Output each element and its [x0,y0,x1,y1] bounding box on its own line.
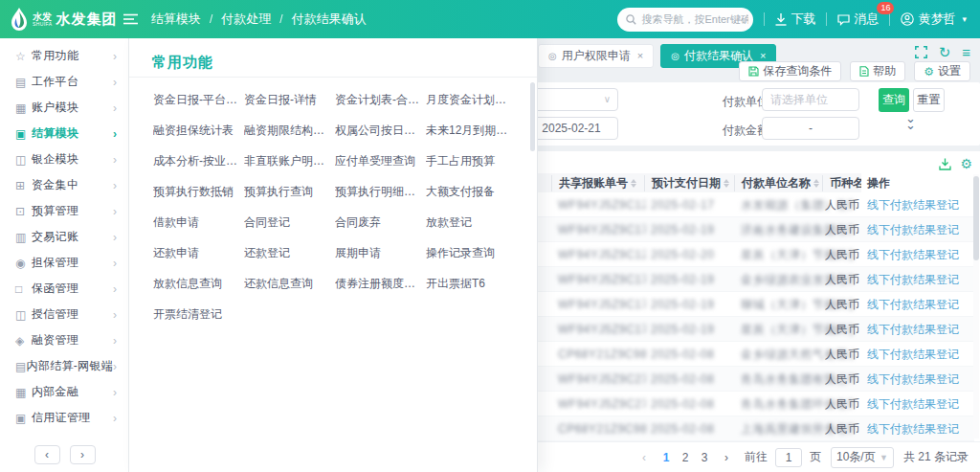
filter-type-select[interactable]: ∨ [524,88,618,111]
offline-payment-register-link[interactable]: 线下付款结果登记 [867,273,959,286]
chevron-down-icon: ∨ [604,94,611,104]
page-number[interactable]: 3 [695,451,714,464]
offline-payment-register-link[interactable]: 线下付款结果登记 [867,198,959,212]
sort-icon[interactable] [724,179,729,188]
header-divider [764,12,765,26]
quick-link[interactable]: 成本分析-按业务... [153,153,239,169]
quick-link[interactable]: 大额支付报备 [426,184,512,200]
sort-icon[interactable] [813,179,819,188]
quick-link[interactable]: 非直联账户明细... [244,153,330,169]
quick-link[interactable]: 放款登记 [426,214,512,231]
expand-filters-icon[interactable]: ⌄⌄ [905,115,916,128]
quick-link[interactable]: 资金计划表-合并... [335,92,421,108]
quick-link[interactable]: 展期申请 [335,245,421,261]
sidebar-item[interactable]: ⊞ 资金集中 › [0,172,128,198]
quick-link[interactable]: 还款信息查询 [244,276,330,292]
goto-page-input[interactable] [775,448,802,467]
sidebar-item[interactable]: ◈ 融资管理 › [0,327,128,353]
quick-link[interactable]: 开出票据T6 [426,276,512,292]
sidebar-item[interactable]: ◫ 授信管理 › [0,302,128,327]
global-search[interactable] [617,8,753,32]
quick-link[interactable]: 融资担保统计表 [153,123,239,139]
quick-link[interactable]: 月度资金计划分析 [426,92,512,108]
quick-link[interactable]: 预算执行查询 [244,184,330,200]
offline-payment-register-link[interactable]: 线下付款结果登记 [867,372,959,386]
user-menu[interactable]: 黄梦哲 ▾ [901,11,967,28]
total-records: 共 21 条记录 [903,449,969,465]
reset-button[interactable]: 重置 [913,88,945,112]
sidebar-prev-button[interactable]: ‹ [34,445,60,464]
sidebar-item[interactable]: ▤ 工作平台 › [0,69,128,95]
sidebar-item[interactable]: ▥ 交易记账 › [0,224,128,250]
offline-payment-register-link[interactable]: 线下付款结果登记 [867,422,959,436]
download-button[interactable]: 下载 [775,11,815,28]
sidebar-item[interactable]: ▦ 内部金融 › [0,379,128,405]
query-button[interactable]: 查询 [879,88,909,112]
sidebar-item[interactable]: ▣ 结算模块 › [0,121,128,146]
quick-link[interactable]: 未来12月到期刚... [426,123,512,139]
messages-button[interactable]: 消息 16 [837,11,879,28]
help-button[interactable]: 帮助 [850,61,905,81]
sidebar-item[interactable]: ◫ 银企模块 › [0,146,128,172]
column-header-order-no[interactable]: 共享报账单号 [551,175,647,191]
offline-payment-register-link[interactable]: 线下付款结果登记 [867,223,959,236]
save-query-button[interactable]: 保存查询条件 [739,61,841,81]
sidebar-item[interactable]: □ 保函管理 › [0,276,128,302]
page-prev-icon[interactable]: ‹ [635,451,653,464]
quick-link[interactable]: 借款申请 [153,214,239,231]
sidebar-item[interactable]: ⊡ 预算管理 › [0,198,128,224]
sidebar-item[interactable]: ▦ 账户模块 › [0,95,128,121]
tab-close-icon[interactable]: × [637,50,643,61]
quick-link[interactable]: 放款信息查询 [153,276,239,292]
sidebar-next-button[interactable]: › [70,445,96,464]
quick-link[interactable]: 资金日报-平台统计 [153,92,239,108]
column-settings-gear-icon[interactable]: ⚙ [960,156,972,171]
offline-payment-register-link[interactable]: 线下付款结果登记 [867,248,959,261]
quick-link[interactable]: 开票结清登记 [153,306,239,323]
quick-link[interactable]: 权属公司按日还... [335,123,421,139]
tab-close-icon[interactable]: × [760,50,766,61]
pay-unit-input[interactable] [762,88,859,111]
quick-link[interactable]: 资金日报-详情 [244,92,330,108]
quick-link[interactable]: 还款申请 [153,245,239,261]
sidebar-item[interactable]: ▤ 内部结算-网银端 › [0,353,128,379]
sidebar-item[interactable]: ◉ 担保管理 › [0,250,128,276]
view-tab[interactable]: ◎ 用户权限申请 × [538,44,654,68]
page-next-icon[interactable]: › [718,451,735,464]
breadcrumb-item-section[interactable]: 付款处理 [221,11,271,28]
column-header-unit-name[interactable]: 付款单位名称 [734,175,825,191]
quick-link[interactable]: 融资期限结构分... [244,123,330,139]
pay-amount-input[interactable] [762,117,859,140]
export-icon[interactable] [939,158,951,170]
sidebar-item[interactable]: ▣ 信用证管理 › [0,405,128,431]
quick-link[interactable]: 预算执行明细查询 [335,184,421,200]
table-row: WF94YJ5Z9C1799B89 2025-02-19 金乡绿源农业发展有限 … [538,267,974,292]
quick-link[interactable]: 应付单受理查询 [335,153,421,169]
quick-link[interactable]: 还款登记 [244,245,330,261]
breadcrumb-item-module[interactable]: 结算模块 [151,11,201,28]
sidebar-item[interactable]: ☆ 常用功能 › [0,43,128,69]
quick-link[interactable]: 操作记录查询 [426,245,512,261]
page-number[interactable]: 1 [657,451,676,464]
panel-scrollbar-thumb[interactable] [530,82,535,151]
offline-payment-register-link[interactable]: 线下付款结果登记 [867,323,959,336]
pay-date-input[interactable]: 2025-02-21 [524,117,618,140]
page-size-select[interactable]: 10条/页 ▼ [831,447,894,468]
sort-icon[interactable] [631,179,636,188]
brand-logo[interactable]: 水发 SHUIFA 水发集团 [0,0,129,38]
offline-payment-register-link[interactable]: 线下付款结果登记 [867,397,959,411]
sidebar-collapse-icon[interactable] [123,13,138,25]
quick-link[interactable]: 预算执行数抵销 [153,184,239,200]
quick-link[interactable]: 合同废弃 [335,214,421,231]
quick-link[interactable]: 债券注册额度申请 [335,276,421,292]
settings-button[interactable]: ⚙ 设置 [914,61,970,81]
page-number[interactable]: 2 [676,451,695,464]
quick-link[interactable]: 手工占用预算 [426,153,512,169]
offline-payment-register-link[interactable]: 线下付款结果登记 [867,298,959,311]
search-input[interactable] [641,13,748,25]
table-scrollbar-thumb[interactable] [973,176,979,260]
breadcrumb-item-page[interactable]: 付款结果确认 [292,11,367,28]
column-header-pay-date[interactable]: 预计支付日期 [644,175,730,191]
quick-link[interactable]: 合同登记 [244,214,330,231]
offline-payment-register-link[interactable]: 线下付款结果登记 [867,348,959,361]
